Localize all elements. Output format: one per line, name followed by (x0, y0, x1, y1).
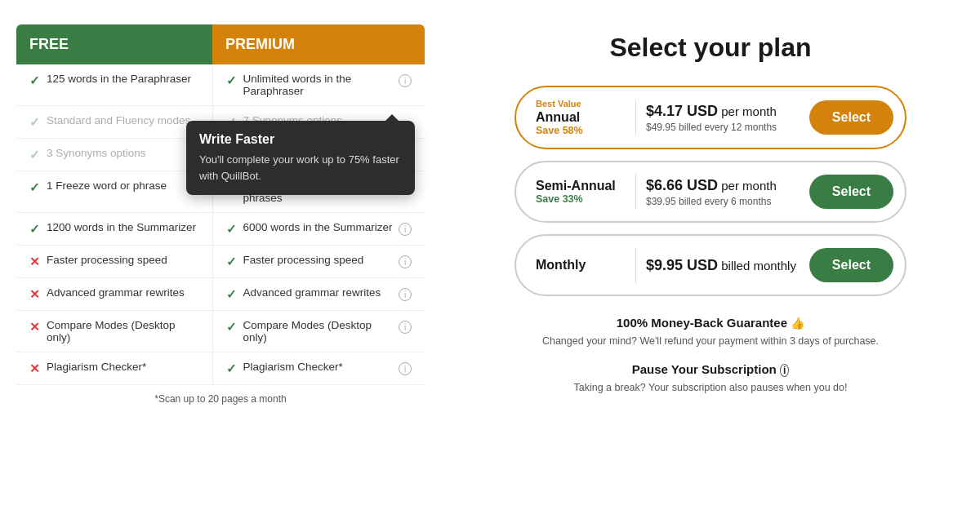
plan-name: Annual (536, 110, 626, 125)
plan-save-badge: Save 58% (536, 125, 626, 136)
plan-pricing: $6.66 USD per month$39.95 billed every 6… (646, 177, 800, 207)
feature-row: ✕Advanced grammar rewrites✓Advanced gram… (16, 278, 425, 311)
premium-feature-cell: ✓Faster processing speedi (226, 254, 412, 269)
free-feature-cell: ✓1 Freeze word or phrase (29, 179, 199, 195)
comparison-panel: FREE PREMIUM ✓125 words in the Paraphras… (0, 0, 441, 429)
free-feature-text: Faster processing speed (47, 254, 167, 266)
feature-row: ✕Compare Modes (Desktop only)✓Compare Mo… (16, 311, 425, 352)
footnote: *Scan up to 20 pages a month (16, 385, 425, 414)
premium-feature-text: Faster processing speed (243, 254, 364, 266)
free-feature-cell: ✕Faster processing speed (29, 254, 199, 269)
free-feature-cell: ✓1200 words in the Summarizer (29, 221, 199, 237)
free-feature-text: 125 words in the Paraphraser (47, 73, 191, 85)
check-icon: ✓ (226, 361, 237, 376)
premium-feature-text: Unlimited words in the Paraphraser (243, 73, 394, 97)
plan-pricing: $9.95 USD billed monthly (646, 257, 800, 274)
divider (635, 100, 636, 135)
plan-save-badge: Save 33% (536, 193, 626, 205)
cross-icon: ✕ (29, 361, 40, 376)
premium-feature-text: Advanced grammar rewrites (243, 286, 381, 299)
guarantee-title: 100% Money-Back Guarantee 👍 (542, 316, 879, 330)
free-feature-cell: ✓125 words in the Paraphraser (29, 73, 199, 88)
check-icon: ✓ (226, 222, 237, 237)
free-feature-text: 1 Freeze word or phrase (47, 179, 167, 192)
free-feature-cell: ✓3 Synonyms options (29, 147, 199, 162)
pause-description: Taking a break? Your subscription also p… (574, 380, 848, 396)
plan-price: $9.95 USD billed monthly (646, 257, 800, 274)
check-icon: ✓ (29, 222, 40, 237)
free-feature-text: 3 Synonyms options (47, 147, 146, 159)
plan-name: Semi-Annual (536, 179, 626, 193)
feature-row: ✕Plagiarism Checker*✓Plagiarism Checker*… (16, 352, 425, 385)
premium-feature-cell: ✓Plagiarism Checker*i (226, 361, 412, 376)
check-icon: ✓ (29, 148, 40, 162)
page-title: Select your plan (609, 33, 811, 63)
plan-name-section-semi: Semi-AnnualSave 33% (536, 179, 626, 205)
check-icon: ✓ (226, 255, 237, 269)
info-icon[interactable]: i (399, 362, 412, 375)
free-feature-text: Advanced grammar rewrites (47, 286, 185, 299)
plan-name-section-annual: Best ValueAnnualSave 58% (536, 99, 626, 136)
tooltip-title: Write Faster (199, 132, 402, 147)
thumbs-up-icon: 👍 (791, 317, 804, 330)
pause-title: Pause Your Subscription i (574, 362, 848, 376)
plan-card-monthly: Monthly$9.95 USD billed monthlySelect (514, 234, 906, 296)
pause-section: Pause Your Subscription i Taking a break… (574, 362, 848, 396)
plan-card-annual: Best ValueAnnualSave 58%$4.17 USD per mo… (514, 86, 906, 149)
select-button-annual[interactable]: Select (809, 100, 893, 135)
plan-name: Monthly (536, 258, 626, 273)
info-icon[interactable]: i (399, 223, 412, 236)
plan-cards-list: Best ValueAnnualSave 58%$4.17 USD per mo… (514, 86, 906, 296)
premium-feature-text: 6000 words in the Summarizer (243, 221, 393, 233)
premium-feature-cell: ✓Advanced grammar rewritesi (226, 286, 412, 302)
premium-feature-cell: ✓Compare Modes (Desktop only)i (226, 319, 412, 343)
premium-feature-text: Compare Modes (Desktop only) (243, 319, 394, 343)
guarantee-section: 100% Money-Back Guarantee 👍 Changed your… (542, 316, 879, 349)
plan-pricing: $4.17 USD per month$49.95 billed every 1… (646, 103, 800, 133)
check-icon: ✓ (29, 180, 40, 195)
free-feature-text: Standard and Fluency modes (47, 114, 190, 126)
feature-row: ✓1200 words in the Summarizer✓6000 words… (16, 213, 425, 246)
info-icon[interactable]: i (399, 255, 412, 268)
feature-row: ✕Faster processing speed✓Faster processi… (16, 246, 425, 278)
cross-icon: ✕ (29, 287, 40, 302)
check-icon: ✓ (29, 115, 40, 130)
check-icon: ✓ (226, 73, 237, 88)
pause-info-icon[interactable]: i (780, 364, 789, 377)
free-feature-cell: ✕Compare Modes (Desktop only) (29, 319, 199, 343)
guarantee-description: Changed your mind? We'll refund your pay… (542, 334, 879, 349)
feature-row: ✓125 words in the Paraphraser✓Unlimited … (16, 64, 425, 106)
free-feature-cell: ✕Advanced grammar rewrites (29, 286, 199, 302)
plan-comparison-table: FREE PREMIUM ✓125 words in the Paraphras… (16, 24, 425, 413)
cross-icon: ✕ (29, 255, 40, 269)
premium-column-header: PREMIUM (212, 24, 425, 64)
select-button-semi[interactable]: Select (809, 175, 893, 209)
free-feature-cell: ✕Plagiarism Checker* (29, 361, 199, 376)
free-feature-text: Compare Modes (Desktop only) (47, 319, 199, 343)
best-value-tag: Best Value (536, 99, 626, 109)
plan-billing: $49.95 billed every 12 months (646, 122, 800, 133)
premium-feature-text: Plagiarism Checker* (243, 361, 343, 373)
select-button-monthly[interactable]: Select (809, 248, 893, 282)
check-icon: ✓ (29, 73, 40, 88)
premium-feature-cell: ✓6000 words in the Summarizeri (226, 221, 412, 237)
free-feature-text: 1200 words in the Summarizer (47, 221, 196, 233)
info-icon[interactable]: i (399, 74, 412, 87)
free-feature-cell: ✓Standard and Fluency modes (29, 114, 199, 130)
plan-name-section-monthly: Monthly (536, 258, 626, 273)
divider (635, 247, 636, 283)
check-icon: ✓ (226, 320, 237, 335)
tooltip-description: You'll complete your work up to 75% fast… (199, 152, 402, 184)
divider (635, 174, 636, 210)
info-icon[interactable]: i (399, 288, 412, 301)
plan-selection-panel: Select your plan Best ValueAnnualSave 58… (441, 0, 980, 428)
info-icon[interactable]: i (399, 321, 412, 334)
plan-card-semi: Semi-AnnualSave 33%$6.66 USD per month$3… (514, 161, 906, 223)
free-column-header: FREE (16, 24, 212, 64)
check-icon: ✓ (226, 287, 237, 302)
free-feature-text: Plagiarism Checker* (47, 361, 146, 373)
cross-icon: ✕ (29, 320, 40, 335)
premium-feature-cell: ✓Unlimited words in the Paraphraseri (226, 73, 412, 97)
plan-price: $4.17 USD per month (646, 103, 800, 120)
plan-price: $6.66 USD per month (646, 177, 800, 194)
